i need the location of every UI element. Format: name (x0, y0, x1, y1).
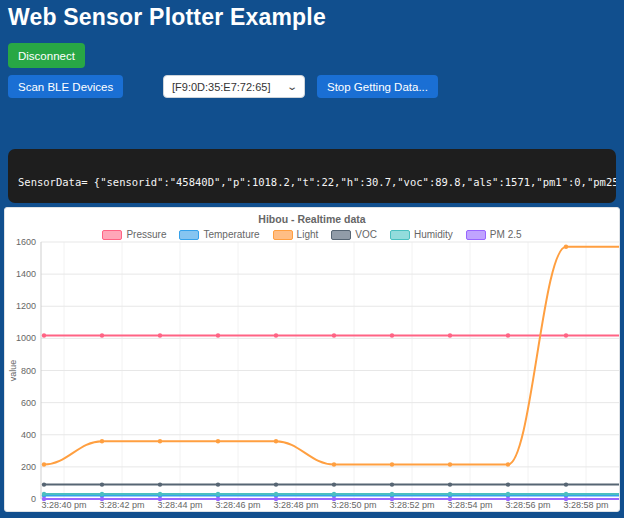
legend-item-pressure[interactable]: Pressure (102, 229, 166, 240)
svg-text:3:28:50 pm: 3:28:50 pm (331, 500, 376, 510)
legend-item-pm-2-5[interactable]: PM 2.5 (466, 229, 522, 240)
svg-text:200: 200 (21, 462, 36, 472)
chart-title: Hibou - Realtime data (5, 213, 619, 225)
svg-text:600: 600 (21, 398, 36, 408)
legend-swatch-icon (390, 230, 410, 240)
legend-label: Light (297, 229, 319, 240)
legend-label: PM 2.5 (490, 229, 522, 240)
svg-text:0: 0 (31, 494, 36, 504)
sensor-data-console: SensorData= {"sensorid":"45840D","p":101… (8, 149, 616, 203)
disconnect-button[interactable]: Disconnect (8, 43, 85, 68)
svg-text:3:28:48 pm: 3:28:48 pm (273, 500, 318, 510)
legend-label: Pressure (126, 229, 166, 240)
scan-ble-devices-button[interactable]: Scan BLE Devices (8, 75, 123, 98)
legend-label: VOC (355, 229, 377, 240)
svg-text:3:28:46 pm: 3:28:46 pm (215, 500, 260, 510)
svg-text:400: 400 (21, 430, 36, 440)
stop-getting-data-button[interactable]: Stop Getting Data... (317, 75, 438, 98)
svg-text:1000: 1000 (16, 333, 36, 343)
legend-label: Humidity (414, 229, 453, 240)
legend-item-temperature[interactable]: Temperature (179, 229, 259, 240)
device-select-value: [F9:0D:35:E7:72:65] (172, 81, 288, 93)
chart-legend: PressureTemperatureLightVOCHumidityPM 2.… (5, 229, 619, 240)
svg-text:value: value (8, 360, 18, 382)
legend-swatch-icon (273, 230, 293, 240)
legend-item-light[interactable]: Light (273, 229, 319, 240)
svg-text:800: 800 (21, 366, 36, 376)
legend-swatch-icon (102, 230, 122, 240)
svg-text:3:28:58 pm: 3:28:58 pm (563, 500, 608, 510)
svg-text:3:28:54 pm: 3:28:54 pm (447, 500, 492, 510)
legend-swatch-icon (179, 230, 199, 240)
legend-item-voc[interactable]: VOC (331, 229, 377, 240)
legend-swatch-icon (331, 230, 351, 240)
legend-label: Temperature (203, 229, 259, 240)
legend-item-humidity[interactable]: Humidity (390, 229, 453, 240)
legend-swatch-icon (466, 230, 486, 240)
chart-canvas[interactable]: 3:28:40 pm3:28:42 pm3:28:44 pm3:28:46 pm… (5, 208, 620, 512)
svg-text:3:28:40 pm: 3:28:40 pm (41, 500, 86, 510)
svg-text:3:28:42 pm: 3:28:42 pm (99, 500, 144, 510)
svg-text:3:28:44 pm: 3:28:44 pm (157, 500, 202, 510)
chevron-down-icon: ⌄ (286, 82, 298, 92)
device-select[interactable]: [F9:0D:35:E7:72:65] ⌄ (163, 75, 305, 98)
svg-text:1200: 1200 (16, 301, 36, 311)
chart-card: 3:28:40 pm3:28:42 pm3:28:44 pm3:28:46 pm… (4, 207, 620, 512)
svg-text:1400: 1400 (16, 269, 36, 279)
svg-text:3:28:52 pm: 3:28:52 pm (389, 500, 434, 510)
svg-text:3:28:56 pm: 3:28:56 pm (505, 500, 550, 510)
page-title: Web Sensor Plotter Example (8, 4, 326, 31)
